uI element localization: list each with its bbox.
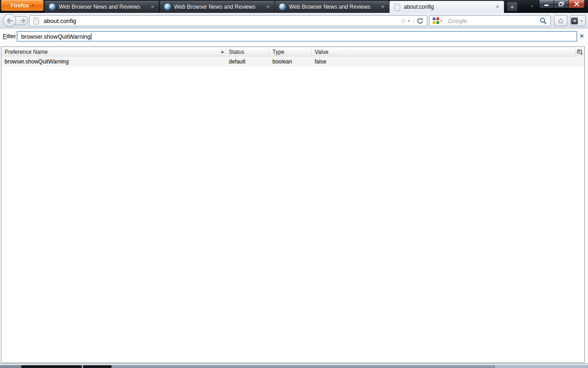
text-cursor [91,33,91,40]
minimize-icon [544,5,548,6]
search-placeholder: Google [448,17,539,24]
search-engine-dropdown-icon[interactable]: ▾ [441,19,442,23]
tab-title: Web Browser News and Reviews [59,4,147,10]
filter-label-rest: ilter: [6,33,18,40]
new-tab-button[interactable]: + [507,2,518,12]
cell-type: boolean [269,58,311,65]
list-all-tabs-icon[interactable]: ▾ [531,4,533,9]
column-picker-button[interactable] [575,47,584,57]
bookmark-star-icon[interactable]: ☆ [401,17,407,24]
filter-value: browser.showQuitWarning [21,33,90,40]
clear-filter-button[interactable]: × [578,32,586,40]
navigation-toolbar: about:config ☆ ▾ ▾ Google ⌂ ★ ▾ [0,13,588,29]
tab-web-browser-news-2[interactable]: Web Browser News and Reviews × [159,0,275,13]
home-button[interactable]: ⌂ [554,15,567,26]
minimize-button[interactable] [539,0,554,8]
reload-icon[interactable] [416,17,424,25]
restore-icon [559,1,564,6]
close-tab-icon[interactable]: × [379,3,386,11]
column-header-status[interactable]: Status [226,47,269,57]
taskbar-start-area[interactable] [0,365,21,368]
close-window-button[interactable] [569,0,584,8]
tab-title: Web Browser News and Reviews [174,4,262,10]
cell-status: default [226,58,269,65]
taskbar-item[interactable] [112,365,494,368]
window-controls [539,0,585,8]
filter-input[interactable]: browser.showQuitWarning [17,31,577,41]
cell-preference-name: browser.showQuitWarning [1,58,226,65]
forward-icon [20,18,26,23]
filter-label: Filter: [3,33,18,40]
forward-button[interactable] [15,16,28,25]
column-picker-icon [577,49,583,55]
close-tab-icon[interactable]: × [264,3,271,11]
bookmarks-menu-button[interactable]: ★ ▾ [570,15,586,26]
tree-header: Preference Name Status Type Value [1,47,584,57]
page-icon [34,17,39,24]
search-icon[interactable] [539,17,547,25]
tab-title: about:config [404,4,492,10]
bookmark-dropdown-icon[interactable]: ▾ [408,19,410,23]
titlebar-tabstrip: Firefox ▾ Web Browser News and Reviews ×… [0,0,588,13]
globe-favicon-icon [279,3,286,11]
page-icon [395,4,400,11]
url-bar[interactable]: about:config ☆ ▾ [29,15,427,26]
restore-button[interactable] [554,0,569,8]
taskbar [0,365,588,368]
back-button[interactable] [3,14,16,27]
google-engine-icon[interactable] [433,17,439,24]
about-config-page: Filter: browser.showQuitWarning × Prefer… [0,29,588,364]
bookmarks-star-icon: ★ [571,17,578,24]
firefox-menu-button[interactable]: Firefox ▾ [1,0,44,11]
chevron-down-icon: ▾ [580,19,582,23]
close-tab-icon[interactable]: × [149,3,156,11]
close-tab-icon[interactable]: × [494,3,501,11]
firefox-button-label: Firefox [11,2,29,9]
url-text: about:config [44,17,401,24]
column-header-value[interactable]: Value [311,47,575,57]
filter-row: Filter: browser.showQuitWarning × [0,29,588,45]
search-bar[interactable]: ▾ Google [429,15,551,26]
globe-favicon-icon [49,3,56,11]
taskbar-item[interactable] [494,365,588,368]
tab-web-browser-news-3[interactable]: Web Browser News and Reviews × [274,0,390,13]
filter-accesskey: F [3,33,6,40]
preferences-tree: Preference Name Status Type Value browse… [1,46,585,363]
back-icon [6,17,13,24]
cell-value: false [311,58,575,65]
preference-row[interactable]: browser.showQuitWarning default boolean … [1,57,584,67]
home-icon: ⌂ [558,17,563,24]
column-header-preference-name[interactable]: Preference Name [1,47,226,57]
chevron-down-icon: ▾ [32,4,34,7]
taskbar-item[interactable] [83,365,112,368]
globe-favicon-icon [164,3,171,11]
tab-about-config[interactable]: about:config × [389,0,504,13]
sort-ascending-icon [220,51,224,53]
tab-title: Web Browser News and Reviews [289,4,377,10]
taskbar-item[interactable] [21,365,82,368]
column-header-type[interactable]: Type [269,47,311,57]
close-icon [574,1,580,6]
divider [414,17,414,24]
tab-web-browser-news-1[interactable]: Web Browser News and Reviews × [44,0,159,13]
